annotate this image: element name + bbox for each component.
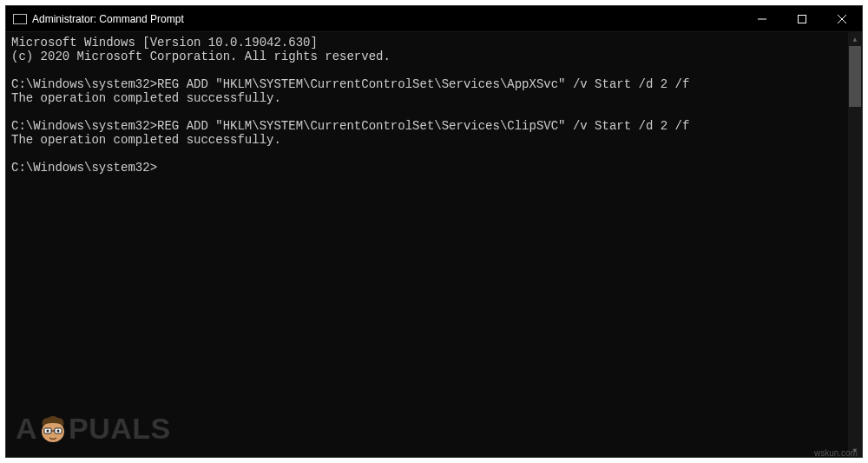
window-title: Administrator: Command Prompt — [32, 13, 742, 25]
current-prompt: C:\Windows\system32> — [11, 161, 157, 175]
close-icon — [838, 15, 846, 23]
titlebar[interactable]: Administrator: Command Prompt — [6, 6, 862, 32]
command-prompt-window: Administrator: Command Prompt Microsoft … — [5, 5, 863, 458]
maximize-button[interactable] — [782, 6, 822, 31]
cmd-icon — [13, 14, 27, 24]
console-area[interactable]: Microsoft Windows [Version 10.0.19042.63… — [6, 32, 862, 457]
banner-line-1: Microsoft Windows [Version 10.0.19042.63… — [11, 36, 318, 50]
command-line-1: C:\Windows\system32>REG ADD "HKLM\SYSTEM… — [11, 77, 689, 91]
result-line-1: The operation completed successfully. — [11, 91, 281, 105]
minimize-icon — [758, 15, 766, 23]
window-controls — [742, 6, 862, 31]
svg-rect-1 — [799, 15, 806, 23]
scrollbar[interactable]: ▲ ▼ — [848, 32, 862, 457]
close-button[interactable] — [822, 6, 862, 31]
scroll-up-arrow[interactable]: ▲ — [848, 32, 862, 46]
watermark-text-post: PUALS — [69, 412, 171, 446]
minimize-button[interactable] — [742, 6, 782, 31]
console-output: Microsoft Windows [Version 10.0.19042.63… — [6, 32, 848, 457]
watermark-logo: A PUALS — [16, 411, 171, 446]
watermark-text-pre: A — [16, 412, 37, 446]
svg-point-8 — [47, 430, 49, 433]
watermark-mascot-icon — [36, 411, 70, 446]
banner-line-2: (c) 2020 Microsoft Corporation. All righ… — [11, 50, 391, 63]
svg-point-9 — [57, 430, 60, 433]
command-line-2: C:\Windows\system32>REG ADD "HKLM\SYSTEM… — [11, 119, 689, 133]
scrollbar-thumb[interactable] — [849, 46, 861, 107]
maximize-icon — [798, 15, 806, 23]
result-line-2: The operation completed successfully. — [11, 133, 281, 147]
source-watermark: wskun.com — [814, 448, 858, 458]
